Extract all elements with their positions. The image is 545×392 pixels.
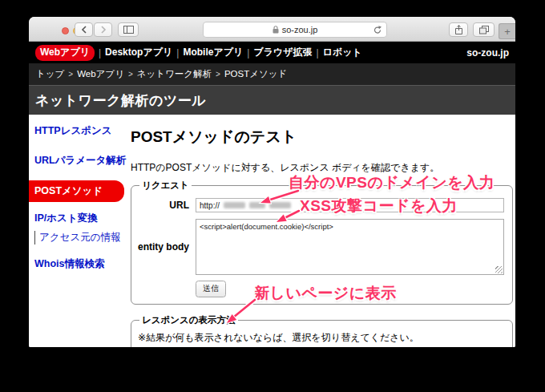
request-legend: リクエスト <box>139 180 192 192</box>
breadcrumb-item-post: POSTメソッド <box>224 68 287 80</box>
nav-separator: | <box>317 47 319 59</box>
nav-separator: | <box>247 47 249 59</box>
response-display-fieldset: レスポンスの表示方法 ※結果が何も表示されないならば、選択を切り替えてください。… <box>131 314 513 347</box>
submit-button[interactable]: 送信 <box>196 281 226 297</box>
lock-icon <box>272 26 279 34</box>
breadcrumb-separator: > <box>216 70 220 79</box>
resize-grip-icon[interactable] <box>495 266 503 273</box>
breadcrumb-item-top[interactable]: トップ <box>36 68 64 80</box>
main-panel: POSTメソッドのテスト HTTPのPOSTメソッドに対する、レスポンス ボディ… <box>127 115 515 347</box>
nav-separator: | <box>99 47 101 59</box>
address-bar[interactable]: so-zou.jp <box>203 22 387 38</box>
sidebar-item-whois[interactable]: Whois情報検索 <box>34 257 127 271</box>
annotation-new-page: 新しいページに表示 <box>254 283 397 304</box>
redacted-domain-blur <box>249 202 265 208</box>
url-label: URL <box>138 200 189 211</box>
forward-button[interactable] <box>94 22 112 37</box>
response-display-legend: レスポンスの表示方法 <box>139 314 238 326</box>
close-window-icon[interactable] <box>62 27 69 34</box>
plus-icon: + <box>504 26 511 38</box>
nav-item-browser-ext[interactable]: ブラウザ拡張 <box>253 46 312 59</box>
response-display-note: ※結果が何も表示されないならば、選択を切り替えてください。 <box>138 331 504 345</box>
reload-icon[interactable] <box>373 25 382 35</box>
back-icon <box>81 26 87 34</box>
redacted-domain-blur <box>224 202 245 208</box>
site-brand: so-zou.jp <box>466 47 509 59</box>
share-icon <box>454 25 463 34</box>
browser-toolbar: so-zou.jp + <box>29 17 515 42</box>
nav-item-robot[interactable]: ロボット <box>323 46 362 59</box>
share-button[interactable] <box>449 22 468 37</box>
nav-item-webapps[interactable]: Webアプリ <box>35 45 95 61</box>
entity-body-label: entity body <box>138 219 189 275</box>
sidebar-item-access-source[interactable]: アクセス元の情報 <box>34 231 127 244</box>
annotation-xss-code: XSS攻撃コードを入力 <box>300 196 458 216</box>
breadcrumb-item-webapps[interactable]: Webアプリ <box>77 68 124 80</box>
screenshot-stage: so-zou.jp + <box>0 0 545 392</box>
nav-separator: | <box>176 47 179 59</box>
breadcrumb-separator: > <box>68 70 73 79</box>
breadcrumb-separator: > <box>128 70 133 79</box>
tool-sidebar: HTTPレスポンス URLパラメータ解析 POSTメソッド IP/ホスト変換 ア… <box>29 115 127 347</box>
nav-item-mobile[interactable]: Mobileアプリ <box>183 46 243 59</box>
back-button[interactable] <box>75 22 93 37</box>
site-nav: Webアプリ | Desktopアプリ | Mobileアプリ | ブラウザ拡張… <box>29 42 515 63</box>
tool-title: POSTメソッドのテスト <box>131 127 513 148</box>
sidebar-item-ip-host[interactable]: IP/ホスト変換 <box>34 212 127 225</box>
address-bar-domain: so-zou.jp <box>282 25 318 34</box>
sidebar-item-http-response[interactable]: HTTPレスポンス <box>34 124 127 138</box>
nav-item-desktop[interactable]: Desktopアプリ <box>105 46 172 59</box>
entity-body-textarea[interactable]: <script>alert(document.cookie)</script> <box>196 219 504 275</box>
tabs-icon <box>479 26 489 34</box>
page-header: ネットワーク解析のツール <box>29 85 515 115</box>
sidebar-item-post-method-active[interactable]: POSTメソッド <box>29 180 124 202</box>
content-area: HTTPレスポンス URLパラメータ解析 POSTメソッド IP/ホスト変換 ア… <box>29 115 515 347</box>
breadcrumb-item-network[interactable]: ネットワーク解析 <box>137 68 212 80</box>
sidebar-toggle-button[interactable] <box>118 22 139 37</box>
new-tab-button[interactable]: + <box>499 23 515 39</box>
tab-overview-button[interactable] <box>473 22 495 37</box>
breadcrumb: トップ > Webアプリ > ネットワーク解析 > POSTメソッド <box>29 63 515 85</box>
redacted-domain-blur <box>269 202 291 208</box>
forward-icon <box>100 26 107 34</box>
sidebar-toggle-icon <box>123 26 134 34</box>
url-value-prefix: http:// <box>200 201 220 210</box>
page-title: ネットワーク解析のツール <box>35 91 206 110</box>
sidebar-item-url-params[interactable]: URLパラメータ解析 <box>34 154 127 168</box>
annotation-vps-domain: 自分のVPSのドメインを入力 <box>289 172 495 193</box>
